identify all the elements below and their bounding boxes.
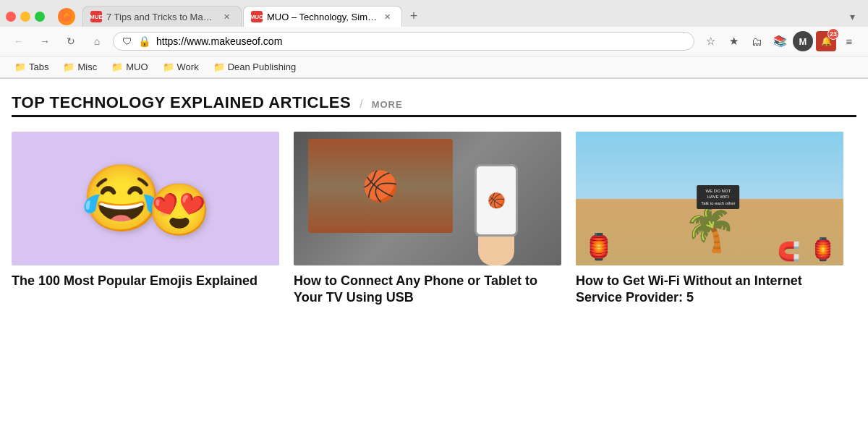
bookmark-dean[interactable]: 📁 Dean Publishing — [208, 59, 302, 75]
address-bar: ← → ↻ ⌂ 🛡 🔒 https://www.makeuseof.com ☆ … — [0, 27, 868, 56]
bookmark-work-label: Work — [177, 61, 199, 72]
browser-chrome: MUE 7 Tips and Tricks to Master Pag… ✕ M… — [0, 0, 868, 79]
notification-count: 23 — [827, 28, 839, 40]
tab-bar: MUE 7 Tips and Tricks to Master Pag… ✕ M… — [0, 0, 868, 27]
bookmark-dean-label: Dean Publishing — [228, 61, 297, 72]
bookmark-star-button[interactable]: ☆ — [700, 31, 720, 51]
maximize-window-dot[interactable] — [35, 12, 45, 22]
article-image-wifi: 🌴 🏮 🏮 🧲 WE DO NOTHAVE WIFITalk to each o… — [576, 132, 843, 265]
article-card-wifi[interactable]: 🌴 🏮 🏮 🧲 WE DO NOTHAVE WIFITalk to each o… — [576, 132, 843, 307]
new-tab-button[interactable]: + — [404, 7, 424, 27]
articles-row: 😂 😍 The 100 Most Popular Emojis Explaine… — [12, 132, 856, 307]
pocket-button[interactable]: 🗂 — [746, 31, 767, 51]
library-button[interactable]: 📚 — [770, 31, 790, 51]
notification-wrap: 🔔 23 — [816, 31, 836, 51]
firefox-icon — [58, 8, 75, 25]
tab-1-favicon: MUE — [90, 11, 102, 22]
section-separator: / — [359, 98, 362, 111]
menu-button[interactable]: ≡ — [839, 31, 859, 51]
tab-1-title: 7 Tips and Tricks to Master Pag… — [106, 12, 216, 22]
forward-button[interactable]: → — [35, 31, 55, 51]
lock-icon: 🔒 — [138, 35, 150, 47]
article-title-emojis: The 100 Most Popular Emojis Explained — [12, 273, 279, 289]
tab-list-button[interactable]: ▾ — [842, 7, 862, 27]
address-input-wrap[interactable]: 🛡 🔒 https://www.makeuseof.com — [113, 32, 694, 51]
address-url[interactable]: https://www.makeuseof.com — [156, 35, 685, 47]
tab-2-favicon: MUO — [251, 11, 263, 22]
minimize-window-dot[interactable] — [20, 12, 30, 22]
toolbar-right: ☆ ★ 🗂 📚 M 🔔 23 ≡ — [700, 31, 859, 51]
article-card-emojis[interactable]: 😂 😍 The 100 Most Popular Emojis Explaine… — [12, 132, 279, 307]
page-content: TOP TECHNOLOGY EXPLAINED ARTICLES / MORE… — [0, 79, 868, 419]
article-title-wifi: How to Get Wi-Fi Without an Internet Ser… — [576, 273, 843, 307]
folder-icon: 📁 — [111, 61, 123, 72]
section-title: TOP TECHNOLOGY EXPLAINED ARTICLES — [12, 93, 351, 112]
tab-2-title: MUO – Technology, Simplified. — [267, 12, 377, 22]
article-card-phone-tv[interactable]: 🏀 🏀 How to Connect Any Phone or Tablet t… — [294, 132, 561, 307]
section-header: TOP TECHNOLOGY EXPLAINED ARTICLES / MORE — [12, 93, 856, 112]
folder-icon: 📁 — [213, 61, 225, 72]
tab-1[interactable]: MUE 7 Tips and Tricks to Master Pag… ✕ — [82, 6, 242, 27]
back-button[interactable]: ← — [9, 31, 29, 51]
shield-icon: 🛡 — [122, 35, 132, 47]
pocket-star-button[interactable]: ★ — [723, 31, 744, 51]
bookmark-tabs-label: Tabs — [29, 61, 48, 72]
close-window-dot[interactable] — [6, 12, 16, 22]
window-controls — [6, 12, 45, 22]
home-button[interactable]: ⌂ — [87, 31, 107, 51]
bookmarks-bar: 📁 Tabs 📁 Misc 📁 MUO 📁 Work 📁 Dean Publis… — [0, 56, 868, 78]
bookmark-work[interactable]: 📁 Work — [157, 59, 205, 75]
bookmark-misc[interactable]: 📁 Misc — [57, 59, 103, 75]
article-image-emojis: 😂 😍 — [12, 132, 279, 265]
bookmark-misc-label: Misc — [77, 61, 97, 72]
article-image-phone-tv: 🏀 🏀 — [294, 132, 561, 265]
folder-icon: 📁 — [63, 61, 75, 72]
section-more[interactable]: MORE — [372, 99, 403, 110]
avatar-button[interactable]: M — [793, 31, 813, 51]
tab-2-close[interactable]: ✕ — [381, 11, 393, 22]
article-title-phone-tv: How to Connect Any Phone or Tablet to Yo… — [294, 273, 561, 307]
bookmark-tabs[interactable]: 📁 Tabs — [9, 59, 54, 75]
refresh-button[interactable]: ↻ — [61, 31, 81, 51]
bookmark-muo[interactable]: 📁 MUO — [106, 59, 153, 75]
folder-icon: 📁 — [163, 61, 174, 72]
section-divider — [12, 115, 856, 117]
tab-1-close[interactable]: ✕ — [221, 11, 232, 22]
folder-icon: 📁 — [14, 61, 26, 72]
tab-2[interactable]: MUO MUO – Technology, Simplified. ✕ — [243, 6, 402, 27]
bookmark-muo-label: MUO — [126, 61, 148, 72]
